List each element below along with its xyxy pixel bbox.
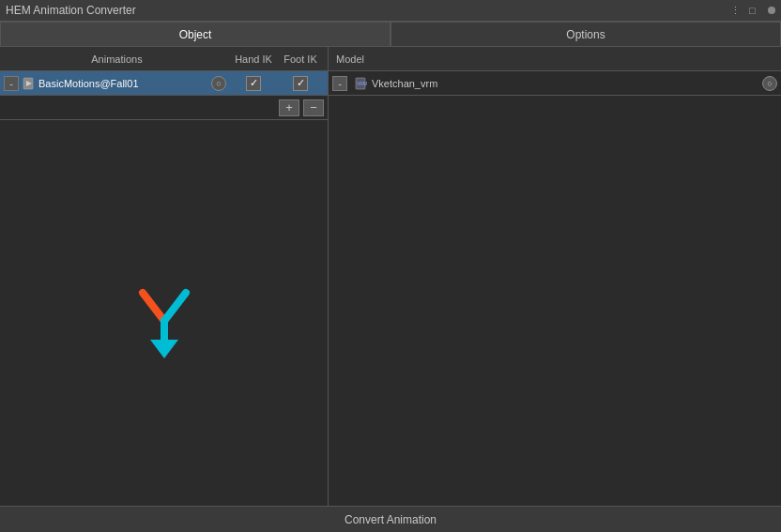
model-name: Vketchan_vrm (372, 78, 758, 89)
model-header-label: Model (336, 53, 364, 65)
right-panel: Model - VRM Vketchan_vrm ○ (329, 47, 781, 506)
right-header: Model (329, 47, 781, 71)
svg-marker-5 (150, 340, 178, 358)
animation-settings-button[interactable]: ○ (211, 76, 226, 91)
animation-row: - BasicMotions@Fall01 ○ (0, 71, 328, 96)
tab-options[interactable]: Options (390, 22, 781, 46)
svg-line-3 (164, 293, 186, 321)
remove-animation-button[interactable]: − (303, 99, 324, 116)
svg-line-2 (143, 293, 164, 321)
title-bar-left: HEM Animation Converter (6, 4, 136, 17)
footik-checkbox-cell (277, 76, 324, 91)
center-area (0, 120, 328, 506)
animation-file-icon (23, 77, 36, 90)
add-animation-button[interactable]: + (279, 99, 299, 116)
convert-animation-button[interactable]: Convert Animation (0, 506, 781, 532)
title-bar-icons: ⋮ □ (730, 4, 775, 17)
anim-collapse-button[interactable]: - (4, 76, 19, 91)
model-file-icon: VRM (355, 77, 368, 90)
model-row: - VRM Vketchan_vrm ○ (329, 71, 781, 96)
plus-minus-row: + − (0, 96, 328, 120)
footik-column-header: Foot IK (277, 53, 324, 65)
window-close-icon[interactable] (768, 7, 775, 14)
model-collapse-button[interactable]: - (332, 76, 347, 91)
window-menu-icon[interactable]: ⋮ (730, 4, 743, 17)
footik-checkbox[interactable] (293, 76, 308, 91)
left-header: Animations Hand IK Foot IK (0, 47, 328, 71)
tab-object[interactable]: Object (0, 22, 390, 46)
tab-bar: Object Options (0, 22, 781, 46)
convert-arrow-icon (122, 266, 207, 360)
main-content: Animations Hand IK Foot IK - BasicMotion… (0, 46, 781, 506)
title-bar: HEM Animation Converter ⋮ □ (0, 0, 781, 22)
animation-name: BasicMotions@Fall01 (38, 78, 211, 89)
model-settings-button[interactable]: ○ (762, 76, 777, 91)
handik-checkbox[interactable] (246, 76, 261, 91)
handik-column-header: Hand IK (230, 53, 277, 65)
animations-column-header: Animations (4, 53, 230, 65)
app-title: HEM Animation Converter (6, 4, 136, 17)
left-panel: Animations Hand IK Foot IK - BasicMotion… (0, 47, 329, 506)
window-restore-icon[interactable]: □ (749, 4, 762, 17)
handik-checkbox-cell (230, 76, 277, 91)
svg-text:VRM: VRM (357, 81, 367, 86)
